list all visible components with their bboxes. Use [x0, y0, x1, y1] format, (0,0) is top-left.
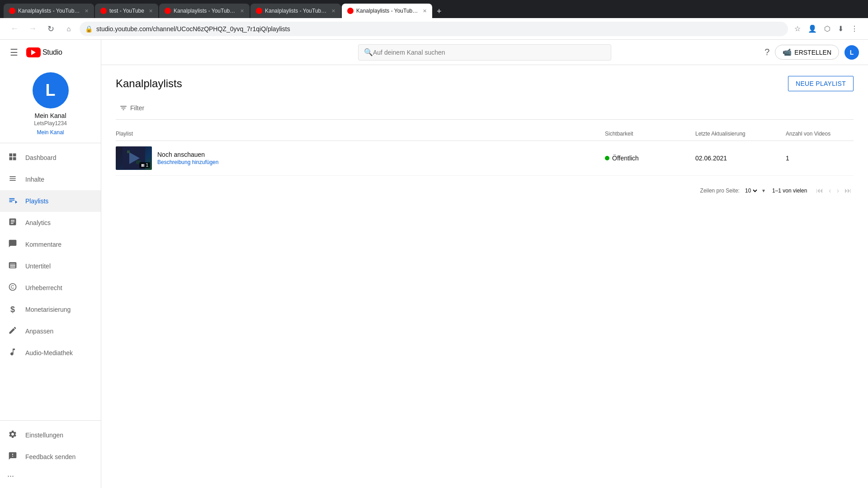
profile-button[interactable]: 👤 — [805, 23, 820, 35]
sidebar-item-analytics[interactable]: Analytics — [0, 212, 101, 234]
page-title: Kanalplaylists — [116, 77, 182, 90]
extensions-button[interactable]: ⬡ — [821, 23, 833, 35]
tab-5[interactable]: Kanalplaylists - YouTube S... ✕ — [342, 4, 432, 18]
home-button[interactable]: ⌂ — [61, 22, 76, 36]
sidebar-item-urheberrecht[interactable]: Urheberrecht — [0, 277, 101, 299]
channel-section: L Mein Kanal LetsPlay1234 Mein Kanal — [0, 65, 101, 143]
playlist-thumbnail[interactable]: 1 — [116, 146, 152, 170]
sidebar-item-dashboard[interactable]: Dashboard — [0, 147, 101, 169]
svg-rect-2 — [9, 157, 13, 160]
kommentare-icon — [7, 239, 18, 250]
sidebar-more[interactable]: ··· — [0, 468, 101, 484]
user-avatar[interactable]: L — [844, 45, 859, 60]
bookmark-button[interactable]: ☆ — [792, 23, 803, 35]
content-area: Kanalplaylists NEUE PLAYLIST Filter Play… — [101, 65, 868, 213]
sidebar-item-feedback[interactable]: Feedback senden — [0, 446, 101, 468]
youtube-logo-icon — [26, 47, 41, 57]
date-cell: 02.06.2021 — [695, 155, 786, 162]
tab-close-3[interactable]: ✕ — [240, 8, 244, 14]
refresh-button[interactable]: ↻ — [43, 22, 58, 36]
next-page-button[interactable]: › — [835, 185, 841, 197]
analytics-icon — [7, 217, 18, 229]
lock-icon: 🔒 — [85, 25, 93, 33]
main-area: 🔍 ? 📹 ERSTELLEN L Kanalpla — [101, 40, 868, 488]
sidebar-item-audio[interactable]: Audio-Mediathek — [0, 342, 101, 364]
count-cell: 1 — [786, 155, 854, 162]
filter-button[interactable]: Filter — [116, 102, 148, 114]
svg-rect-1 — [13, 153, 16, 156]
sidebar-item-untertitel[interactable]: Untertitel — [0, 255, 101, 277]
col-header-last-updated: Letzte Aktualisierung — [695, 131, 786, 137]
forward-button[interactable]: → — [25, 22, 40, 36]
tab-close-4[interactable]: ✕ — [331, 8, 335, 14]
menu-button[interactable]: ⋮ — [848, 23, 861, 35]
tab-favicon-2 — [100, 8, 107, 14]
tab-close-1[interactable]: ✕ — [85, 8, 89, 14]
address-bar[interactable]: 🔒 studio.youtube.com/channel/UCocN6zQPHQ… — [80, 22, 788, 36]
studio-logo[interactable]: Studio — [26, 47, 62, 57]
tab-close-5[interactable]: ✕ — [423, 8, 427, 14]
svg-rect-3 — [13, 157, 16, 160]
playlist-description[interactable]: Beschreibung hinzufügen — [157, 159, 218, 165]
dashboard-icon — [7, 152, 18, 164]
inhalte-icon — [7, 174, 18, 185]
sidebar-label-untertitel: Untertitel — [25, 263, 51, 270]
sidebar-label-inhalte: Inhalte — [25, 176, 44, 183]
last-page-button[interactable]: ⏭ — [843, 185, 854, 197]
studio-logo-text: Studio — [42, 48, 62, 56]
hamburger-menu-button[interactable]: ☰ — [7, 44, 21, 61]
help-button[interactable]: ? — [764, 47, 769, 57]
rows-per-page-select[interactable]: 10 25 50 — [743, 187, 759, 194]
download-button[interactable]: ⬇ — [835, 23, 846, 35]
top-bar-right: ? 📹 ERSTELLEN L — [764, 45, 859, 60]
my-channel-link[interactable]: Mein Kanal — [37, 129, 64, 136]
tab-bar: Kanalplaylists - YouTube... ✕ test - You… — [0, 0, 868, 18]
tab-4[interactable]: Kanalplaylists - YouTube S... ✕ — [250, 4, 341, 18]
create-button[interactable]: 📹 ERSTELLEN — [775, 45, 839, 60]
svg-rect-9 — [143, 164, 144, 167]
rows-per-page-label: Zeilen pro Seite: — [700, 188, 740, 194]
sidebar-bottom: Einstellungen Feedback senden ··· — [0, 420, 101, 488]
sidebar-item-anpassen[interactable]: Anpassen — [0, 320, 101, 342]
filter-label: Filter — [130, 104, 144, 112]
tab-favicon-5 — [347, 8, 354, 14]
sidebar-item-monetarisierung[interactable]: $ Monetarisierung — [0, 299, 101, 320]
sidebar-item-kommentare[interactable]: Kommentare — [0, 234, 101, 255]
first-page-button[interactable]: ⏮ — [814, 185, 825, 197]
tab-title-2: test - YouTube — [109, 8, 144, 14]
sidebar-header: ☰ Studio — [0, 40, 101, 65]
sidebar-item-playlists[interactable]: Playlists — [0, 190, 101, 212]
svg-rect-8 — [142, 164, 143, 167]
page-header: Kanalplaylists NEUE PLAYLIST — [116, 76, 854, 91]
avatar: L — [33, 72, 69, 108]
tab-2[interactable]: test - YouTube ✕ — [95, 4, 158, 18]
new-tab-button[interactable]: + — [433, 5, 445, 18]
page-nav-buttons: ⏮ ‹ › ⏭ — [814, 185, 854, 197]
prev-page-button[interactable]: ‹ — [827, 185, 833, 197]
playlist-cell: 1 Noch anschauen Beschreibung hinzufügen — [116, 146, 605, 170]
address-text: studio.youtube.com/channel/UCocN6zQPHQZ_… — [96, 25, 783, 33]
sidebar-item-einstellungen[interactable]: Einstellungen — [0, 424, 101, 446]
playlist-count-badge: 1 — [139, 162, 150, 168]
sidebar: ☰ Studio L Mein Kanal LetsPlay1234 Mein … — [0, 40, 101, 488]
audio-icon — [7, 347, 18, 359]
badge-count: 1 — [146, 163, 148, 168]
sidebar-nav: Dashboard Inhalte Playlists — [0, 143, 101, 420]
tab-1[interactable]: Kanalplaylists - YouTube... ✕ — [4, 4, 94, 18]
sidebar-label-dashboard: Dashboard — [25, 154, 57, 161]
sidebar-item-inhalte[interactable]: Inhalte — [0, 169, 101, 190]
chevron-down-icon: ▾ — [762, 188, 765, 194]
back-button[interactable]: ← — [7, 22, 22, 36]
urheberrecht-icon — [7, 282, 18, 294]
playlist-name[interactable]: Noch anschauen — [157, 151, 218, 158]
sidebar-label-einstellungen: Einstellungen — [25, 432, 63, 439]
einstellungen-icon — [7, 430, 18, 441]
tab-close-2[interactable]: ✕ — [149, 8, 153, 14]
sidebar-label-urheberrecht: Urheberrecht — [25, 284, 62, 291]
new-playlist-button[interactable]: NEUE PLAYLIST — [788, 76, 854, 91]
search-icon: 🔍 — [364, 48, 373, 56]
search-input[interactable] — [373, 49, 605, 56]
search-bar[interactable]: 🔍 — [358, 44, 611, 61]
tab-3[interactable]: Kanalplaylists - YouTube S... ✕ — [159, 4, 250, 18]
channel-handle: LetsPlay1234 — [34, 120, 67, 127]
